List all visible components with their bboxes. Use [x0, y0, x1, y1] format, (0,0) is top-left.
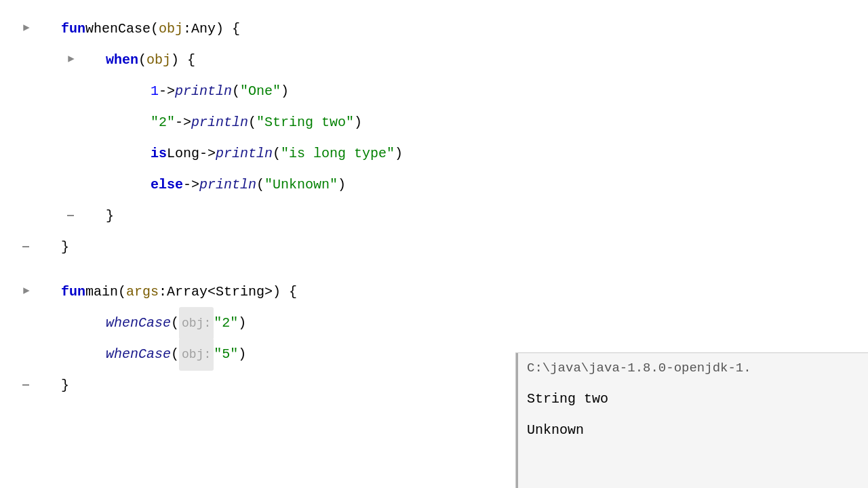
- brace-close-main: }: [61, 370, 69, 401]
- punct-paren: (: [232, 76, 240, 107]
- output-string-two: String two: [516, 384, 868, 415]
- fold-icon-1[interactable]: [22, 14, 31, 45]
- code-line-7: }: [61, 201, 868, 232]
- fn-main: main: [85, 277, 118, 308]
- punct-wc1-close: ): [238, 308, 246, 339]
- fn-call-whencaseA: whenCase: [106, 308, 171, 339]
- colon2: :: [159, 277, 167, 308]
- str-arg-2: "2": [214, 308, 238, 339]
- fold-icon-2[interactable]: [66, 45, 76, 76]
- keyword-fun: fun: [61, 14, 85, 45]
- svg-marker-4: [23, 287, 29, 293]
- type-array: Array<String>: [167, 277, 273, 308]
- keyword-when: when: [106, 45, 138, 76]
- output-path: C:\java\java-1.8.0-openjdk-1.: [516, 353, 868, 384]
- fold-icon-9[interactable]: [22, 277, 31, 308]
- code-lines: fun whenCase(obj: Any) { when (obj) { 1 …: [0, 14, 868, 401]
- code-line-4: "2" -> println("String two"): [61, 107, 868, 138]
- param-args: args: [126, 277, 159, 308]
- code-line-2: when (obj) {: [61, 45, 868, 76]
- main-paren-close: ) {: [273, 277, 297, 308]
- output-divider: [516, 353, 518, 488]
- code-line-1: fun whenCase(obj: Any) {: [61, 14, 868, 45]
- svg-rect-5: [22, 384, 29, 386]
- when-param: obj: [146, 45, 171, 76]
- arrow2: ->: [175, 107, 191, 138]
- svg-marker-0: [23, 24, 29, 30]
- str-arg-5: "5": [214, 339, 238, 370]
- str-one: "One": [240, 76, 281, 107]
- code-line-blank: [61, 263, 868, 277]
- colon: :: [183, 14, 191, 45]
- fold-icon-12[interactable]: [22, 370, 30, 401]
- punct: (: [151, 14, 159, 45]
- code-line-5: is Long -> println("is long type"): [61, 138, 868, 169]
- keyword-else: else: [151, 169, 183, 201]
- code-line-8: }: [61, 232, 868, 263]
- brace-close-when: }: [106, 201, 114, 232]
- number-1: 1: [151, 76, 159, 107]
- str-2: "2": [151, 107, 175, 138]
- param: obj: [159, 14, 183, 45]
- keyword-is: is: [151, 138, 167, 169]
- when-paren: (: [138, 45, 146, 76]
- output-panel: C:\java\java-1.8.0-openjdk-1. String two…: [515, 352, 868, 488]
- punct-wc1: (: [171, 308, 179, 339]
- main-paren: (: [118, 277, 126, 308]
- type-long: Long: [167, 138, 199, 169]
- str-is-long: "is long type": [281, 138, 395, 169]
- hint-obj1: obj:: [179, 307, 214, 340]
- punct-wc2-close: ): [238, 339, 246, 370]
- fn-call-println3: println: [216, 138, 273, 169]
- punct2: (: [248, 107, 256, 138]
- output-unknown: Unknown: [516, 415, 868, 446]
- arrow3: ->: [199, 138, 216, 169]
- fold-icon-7[interactable]: [66, 201, 75, 232]
- punct-wc2: (: [171, 339, 179, 370]
- punct3: (: [273, 138, 281, 169]
- fold-icon-8[interactable]: [22, 232, 30, 263]
- punct4: (: [256, 169, 264, 201]
- keyword-fun2: fun: [61, 277, 85, 308]
- paren-close: ) {: [216, 14, 240, 45]
- punct4-close: ): [338, 169, 346, 201]
- str-unknown: "Unknown": [264, 169, 338, 201]
- svg-marker-1: [68, 56, 74, 62]
- code-line-9: fun main(args: Array<String>) {: [61, 277, 868, 308]
- punct2-close: ): [354, 107, 362, 138]
- code-editor: fun whenCase(obj: Any) { when (obj) { 1 …: [0, 0, 868, 488]
- hint-obj2: obj:: [179, 338, 214, 371]
- code-line-6: else -> println("Unknown"): [61, 169, 868, 201]
- fn-call-println2: println: [191, 107, 248, 138]
- arrow4: ->: [183, 169, 199, 201]
- svg-rect-2: [67, 215, 74, 216]
- punct-paren-close: ): [281, 76, 289, 107]
- brace-close-whencaseA: }: [61, 232, 69, 263]
- fn-call-whencaseB: whenCase: [106, 339, 171, 370]
- str-string-two: "String two": [256, 107, 354, 138]
- punct3-close: ): [395, 138, 403, 169]
- fn-call-println: println: [175, 76, 232, 107]
- fn-name: whenCase: [85, 14, 151, 45]
- svg-rect-3: [22, 246, 29, 247]
- arrow: ->: [159, 76, 175, 107]
- type-any: Any: [191, 14, 216, 45]
- code-line-10: whenCase( obj: "2"): [61, 308, 868, 339]
- when-paren-close: ) {: [171, 45, 195, 76]
- fn-call-println4: println: [199, 169, 256, 201]
- code-line-3: 1 -> println("One"): [61, 76, 868, 107]
